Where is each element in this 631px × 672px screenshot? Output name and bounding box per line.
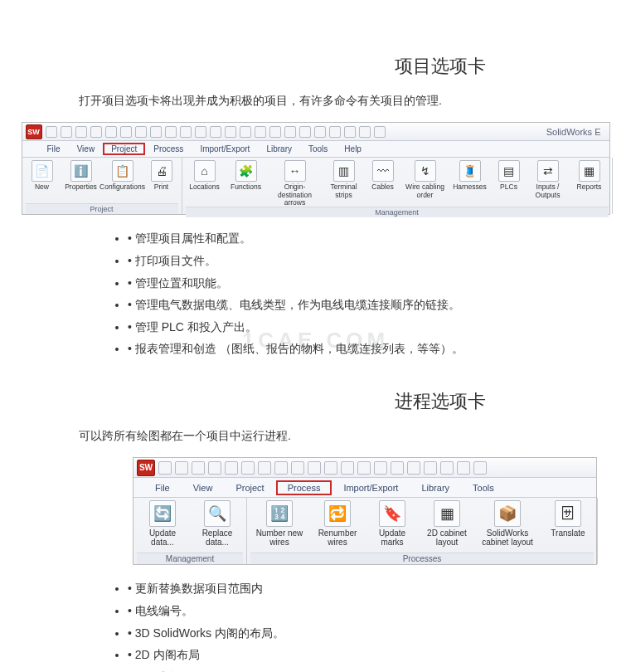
menu-project[interactable]: Project [224, 480, 275, 495]
list-item: • 管理电气数据电缆、电线类型，作为电线电缆连接顺序的链接。 [128, 294, 614, 316]
qat-icon[interactable] [274, 461, 288, 475]
qat-icon[interactable] [241, 461, 255, 475]
menu-tools[interactable]: Tools [300, 143, 336, 155]
qat-icon[interactable] [180, 126, 192, 138]
btn-2d-cabinet[interactable]: ▦2D cabinet layout [421, 499, 473, 553]
btn-update-marks[interactable]: 🔖Update marks [366, 499, 418, 553]
menu-import-export[interactable]: Import/Export [332, 480, 410, 495]
btn-configurations[interactable]: 📋Configurations [104, 159, 142, 203]
menu-import-export[interactable]: Import/Export [192, 143, 258, 155]
qat-icon[interactable] [329, 126, 341, 138]
btn-properties[interactable]: ℹ️Properties [62, 159, 100, 203]
btn-reports-label: Reports [577, 183, 602, 191]
qat-icon[interactable] [195, 126, 206, 138]
qat-icon[interactable] [90, 126, 102, 138]
qat-icon[interactable] [192, 461, 205, 475]
menu-help[interactable]: Help [336, 143, 370, 155]
btn-harnesses-label: Harnesses [453, 183, 487, 191]
qat-icon[interactable] [225, 461, 238, 475]
btn-translate[interactable]: 🈂Translate [542, 499, 594, 553]
qat-icon[interactable] [158, 461, 172, 475]
qat-icon[interactable] [344, 126, 356, 138]
list-item: • 报表管理和创造 （图纸、报告的物料，电缆连接列表，等等）。 [128, 338, 614, 360]
qat-icon[interactable] [359, 126, 371, 138]
btn-wire-cabling-order[interactable]: ↯Wire cabling order [403, 159, 448, 207]
menu-library[interactable]: Library [258, 143, 300, 155]
menu-file[interactable]: File [143, 480, 182, 495]
qat-icon[interactable] [299, 126, 311, 138]
qat-icon[interactable] [374, 126, 386, 138]
qat-icon[interactable] [391, 461, 404, 475]
btn-functions[interactable]: 🧩Functions [227, 159, 265, 207]
qat-icon[interactable] [258, 461, 271, 475]
app-logo-icon[interactable]: SW [137, 460, 155, 476]
menu-project[interactable]: Project [103, 143, 145, 155]
qat-icon[interactable] [407, 461, 420, 475]
list-item: • 管理 PLC 和投入产出。 [128, 316, 614, 338]
qat-icon[interactable] [225, 126, 236, 138]
group-management-label: Management [186, 207, 609, 217]
btn-number-new-wires[interactable]: 🔢Number new wires [250, 499, 308, 553]
renumber-icon: 🔁 [324, 500, 351, 527]
menu-process[interactable]: Process [276, 480, 332, 495]
qat-icon[interactable] [75, 126, 87, 138]
menu-process[interactable]: Process [145, 143, 192, 155]
translate-icon: 🈂 [555, 500, 581, 527]
btn-cables[interactable]: 〰Cables [366, 159, 400, 207]
app-logo-icon[interactable]: SW [26, 124, 42, 139]
section2-intro: 可以跨所有绘图都在一个项目中运行进程. [79, 426, 614, 445]
qat-icon[interactable] [314, 126, 326, 138]
qat-icon[interactable] [308, 461, 321, 475]
btn-inputs-outputs[interactable]: ⇄Inputs / Outputs [529, 159, 567, 207]
qat-icon[interactable] [341, 461, 354, 475]
qat-icon[interactable] [255, 126, 266, 138]
menu-file[interactable]: File [39, 143, 69, 155]
qat-icon[interactable] [284, 126, 296, 138]
btn-print[interactable]: 🖨Print [145, 159, 178, 203]
btn-new[interactable]: 📄New [26, 159, 59, 203]
group-management: ⌂Locations 🧩Functions ↔Origin-destinatio… [182, 158, 613, 214]
qat-icon[interactable] [210, 126, 221, 138]
new-icon: 📄 [32, 160, 53, 182]
qat-icon[interactable] [269, 126, 281, 138]
qat-icon[interactable] [61, 126, 72, 138]
qat-icon[interactable] [175, 461, 188, 475]
menu-tools[interactable]: Tools [461, 480, 506, 495]
btn-harnesses[interactable]: 🧵Harnesses [451, 159, 489, 207]
qat-icon[interactable] [357, 461, 371, 475]
qat-icon[interactable] [165, 126, 177, 138]
qat-icon[interactable] [208, 461, 221, 475]
properties-icon: ℹ️ [70, 160, 92, 182]
btn-new-label: New [35, 183, 49, 191]
qat-icon[interactable] [46, 126, 57, 138]
btn-renumber-wires[interactable]: 🔁Renumber wires [312, 499, 363, 553]
qat-icon[interactable] [440, 461, 454, 475]
group-processes-label: Processes [250, 553, 594, 564]
qat-icon[interactable] [105, 126, 117, 138]
menu-view[interactable]: View [69, 143, 104, 155]
qat-icon[interactable] [473, 461, 487, 475]
qat-icon[interactable] [240, 126, 251, 138]
ribbon1-qat: SW SolidWorks E [22, 123, 609, 141]
menu-view[interactable]: View [182, 480, 225, 495]
qat-icon[interactable] [457, 461, 470, 475]
btn-update-data[interactable]: 🔄Update data... [137, 499, 188, 553]
btn-locations-label: Locations [189, 183, 219, 191]
qat-icon[interactable] [424, 461, 437, 475]
section1-intro: 打开项目选项卡将出现并成为积极的项目，有许多命令有关项目的管理. [79, 91, 614, 110]
qat-icon[interactable] [120, 126, 132, 138]
btn-replace-data[interactable]: 🔍Replace data... [192, 499, 243, 553]
btn-plcs[interactable]: ▤PLCs [493, 159, 526, 207]
cabinet-2d-icon: ▦ [434, 500, 460, 527]
qat-icon[interactable] [324, 461, 337, 475]
menu-library[interactable]: Library [410, 480, 461, 495]
btn-reports[interactable]: ▦Reports [570, 159, 609, 207]
qat-icon[interactable] [150, 126, 162, 138]
btn-locations[interactable]: ⌂Locations [186, 159, 224, 207]
qat-icon[interactable] [374, 461, 387, 475]
btn-sw-cabinet[interactable]: 📦SolidWorks cabinet layout [476, 499, 539, 553]
qat-icon[interactable] [135, 126, 147, 138]
qat-icon[interactable] [291, 461, 304, 475]
btn-origin-dest[interactable]: ↔Origin-destination arrows [269, 159, 322, 207]
btn-terminal-strips[interactable]: ▥Terminal strips [325, 159, 363, 207]
